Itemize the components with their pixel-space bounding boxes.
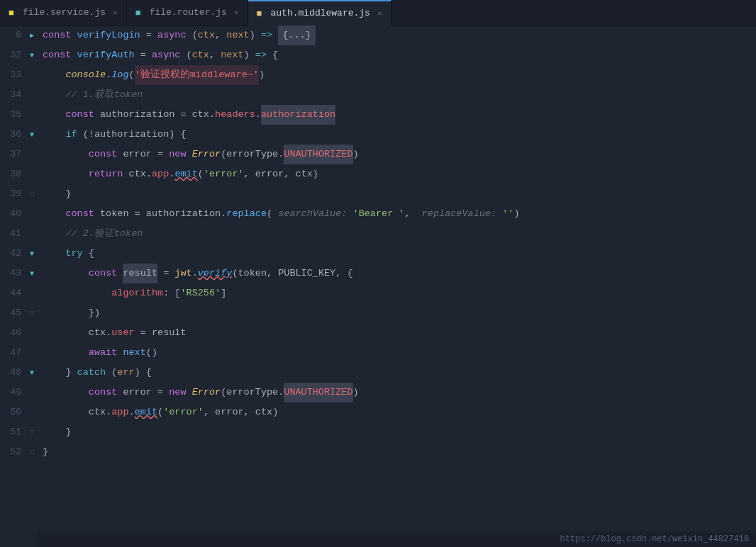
gutter-row-48: 48 ▼	[0, 363, 37, 383]
gutter-row-38: 38	[0, 164, 37, 184]
line-num-42: 42	[0, 244, 27, 264]
fold-8[interactable]: ▶	[27, 26, 37, 45]
indent-51	[43, 422, 65, 442]
line-num-44: 44	[0, 283, 27, 303]
fold-39[interactable]: □	[27, 184, 37, 204]
ctx-46: ctx	[89, 323, 106, 343]
fn-verifyAuth: verifyAuth	[77, 45, 135, 65]
code-line-44: algorithm : [ 'RS256' ]	[37, 283, 756, 303]
fold-42[interactable]: ▼	[27, 244, 37, 264]
kw-const-43: const	[89, 264, 123, 283]
paren-50b: )	[272, 402, 278, 422]
fold-52[interactable]: □	[27, 442, 37, 462]
op-49: =	[152, 383, 169, 402]
method-emit-50: emit	[135, 402, 157, 422]
gutter-row-37: 37	[0, 145, 37, 164]
line-num-49: 49	[0, 383, 27, 402]
code-content[interactable]: const verifyLogin = async ( ctx , next )…	[37, 26, 756, 547]
prop-app-38: app	[152, 164, 169, 184]
line-num-48: 48	[0, 363, 27, 383]
punc-32a: (	[187, 45, 192, 65]
indent-50	[43, 402, 89, 422]
dot-46: .	[106, 323, 111, 343]
line-num-40: 40	[0, 204, 27, 224]
tab-file-service-label: file.service.js	[23, 7, 106, 18]
ctx2-38: ctx	[296, 164, 313, 184]
fold-45[interactable]: □	[27, 303, 37, 323]
tab-auth-middleware[interactable]: ■ auth.middleware.js ✕	[248, 0, 391, 26]
str-bearer-40: 'Bearer '	[353, 204, 405, 224]
str-empty-40: ''	[502, 204, 513, 224]
op-40: =	[129, 204, 146, 224]
router-icon: ■	[135, 8, 145, 18]
prop-algo-44: algorithm	[111, 283, 163, 303]
code-line-34: // 1.获取token	[37, 85, 756, 105]
hint-replace-40: replaceValue:	[422, 204, 502, 224]
fold-32[interactable]: ▼	[27, 45, 37, 65]
fold-35	[27, 105, 37, 125]
method-log-33: log	[111, 65, 128, 85]
var-auth-40: authorization	[146, 204, 221, 224]
kw-try-42: try	[65, 244, 82, 264]
op-35: =	[174, 105, 191, 125]
punc-32b: ,	[209, 45, 221, 65]
op-8: =	[140, 26, 157, 45]
gutter-row-39: 39 □	[0, 184, 37, 204]
paren-43a: (	[232, 264, 238, 283]
fold-46	[27, 323, 37, 343]
line-num-8: 8	[0, 26, 27, 45]
op-46: =	[135, 323, 152, 343]
param-ctx-8: ctx	[198, 26, 215, 45]
fold-48[interactable]: ▼	[27, 363, 37, 383]
prop-unauth-49: UNAUTHORIZED	[284, 383, 352, 402]
var-error-50: error	[215, 402, 244, 422]
indent-38	[43, 164, 89, 184]
indent-47	[43, 343, 89, 363]
kw-if-36: if	[65, 125, 82, 145]
method-emit-38: emit	[174, 164, 197, 184]
code-line-47: await next ()	[37, 343, 756, 363]
gutter-row-45: 45 □	[0, 303, 37, 323]
fold-51[interactable]: □	[27, 422, 37, 442]
gutter-row-35: 35	[0, 105, 37, 125]
line-num-45: 45	[0, 303, 27, 323]
comma-50: ,	[204, 402, 215, 422]
errtype-37: errorType	[226, 145, 278, 164]
indent-36	[43, 125, 65, 145]
line-num-34: 34	[0, 85, 27, 105]
dot-35b: .	[255, 105, 261, 125]
kw-const-37: const	[89, 145, 123, 164]
tab-file-router[interactable]: ■ file.router.js ✕	[127, 0, 248, 26]
fold-40	[27, 204, 37, 224]
fold-43[interactable]: ▼	[27, 264, 37, 283]
gutter-row-32: 32 ▼	[0, 45, 37, 65]
tab-file-service[interactable]: ■ file.service.js ✕	[0, 0, 127, 26]
indent-39	[43, 184, 65, 204]
tab-auth-middleware-close[interactable]: ✕	[377, 9, 382, 18]
fold-36[interactable]: ▼	[27, 125, 37, 145]
tab-file-router-close[interactable]: ✕	[234, 8, 239, 17]
code-editor[interactable]: const verifyLogin = async ( ctx , next )…	[37, 26, 756, 547]
paren-38b: )	[313, 164, 318, 184]
dot-50a: .	[106, 402, 111, 422]
comma-43a: ,	[267, 264, 278, 283]
indent-41	[43, 224, 65, 244]
method-next-47: next	[123, 343, 145, 363]
paren-37b: )	[353, 145, 359, 164]
dot-35a: .	[209, 105, 215, 125]
var-token-43: token	[238, 264, 267, 283]
comma-43b: , {	[335, 264, 352, 283]
indent-33	[43, 65, 65, 85]
indent-45	[43, 303, 89, 323]
paren-36b: ) {	[169, 125, 186, 145]
fold-41	[27, 224, 37, 244]
fold-47	[27, 343, 37, 363]
tab-bar: ■ file.service.js ✕ ■ file.router.js ✕ ■…	[0, 0, 756, 26]
status-url: https://blog.csdn.net/weixin_44827418	[560, 534, 749, 544]
line-num-38: 38	[0, 164, 27, 184]
paren-33a: (	[129, 65, 135, 85]
comment-34: // 1.获取token	[65, 85, 143, 105]
gutter-row-33: 33	[0, 65, 37, 85]
tab-file-service-close[interactable]: ✕	[113, 8, 118, 17]
collapsed-8: {...}	[278, 26, 316, 45]
